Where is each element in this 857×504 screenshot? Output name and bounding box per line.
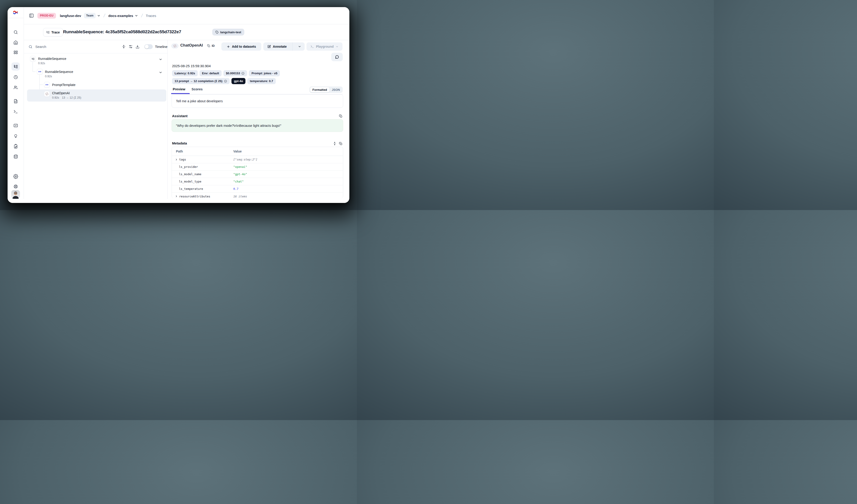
tree-node-duration: 0.92s	[45, 75, 52, 78]
sidebar-item-annotation[interactable]	[12, 142, 20, 151]
table-row[interactable]: resourceAttributes 16 items	[172, 193, 343, 198]
trace-tag[interactable]: langchain-test	[212, 29, 244, 36]
table-row: ls_model_type "chat"	[172, 178, 343, 185]
format-formatted[interactable]: Formatted	[310, 87, 330, 92]
search-icon	[13, 30, 18, 35]
annotate-label: Annotate	[273, 45, 287, 48]
tree-node-tokens: 13 → 12 (Σ 25)	[62, 96, 81, 99]
observation-title: ChatOpenAI	[180, 43, 203, 48]
tokens-badge[interactable]: 13 prompt → 12 completion (Σ 25)	[172, 78, 230, 84]
breadcrumb-org[interactable]: langfuse-dev	[60, 14, 81, 18]
content-area: Timeline RunnableSequence 0.92s Ru	[24, 40, 349, 199]
sidebar-item-users[interactable]	[12, 83, 20, 91]
trace-title-bar: Trace RunnableSequence: 4c35a5f52ca0588d…	[24, 24, 349, 40]
annotate-button[interactable]: Annotate	[263, 45, 291, 48]
sidebar-item-support[interactable]	[12, 182, 20, 191]
app-window: PROD-EU langfuse-dev Team / docs-example…	[7, 7, 349, 203]
collapse-node-chevron[interactable]	[159, 57, 163, 61]
prompt-badge[interactable]: Prompt: jokes - v5	[249, 70, 280, 76]
format-json[interactable]: JSON	[330, 87, 342, 92]
playground-button[interactable]: Playground	[306, 42, 342, 51]
window-footer-strip	[7, 199, 349, 203]
table-row[interactable]: tags ["seq:step:2"]	[172, 156, 343, 163]
sidebar-item-search[interactable]	[12, 28, 20, 36]
tree-node-label[interactable]: ChatOpenAI	[52, 91, 70, 95]
sidebar-item-prompts[interactable]	[12, 97, 20, 105]
collapse-node-chevron[interactable]	[159, 71, 163, 74]
env-badge: Env: default	[200, 70, 222, 76]
comment-bubble-icon	[335, 55, 339, 59]
format-toggle: Formatted JSON	[309, 86, 343, 93]
sidebar-item-settings[interactable]	[12, 172, 20, 180]
users-icon	[13, 85, 18, 90]
download-button[interactable]	[134, 44, 141, 50]
sidebar-item-evaluators[interactable]	[12, 132, 20, 140]
tag-label: langchain-test	[220, 31, 241, 34]
sidebar-item-tracing[interactable]	[12, 63, 20, 71]
add-to-datasets-button[interactable]: Add to datasets	[221, 42, 261, 51]
plus-icon	[226, 45, 230, 48]
tree-node-label[interactable]: PromptTemplate	[52, 83, 75, 87]
trace-tree-icon	[46, 31, 50, 34]
collapse-all-button[interactable]	[120, 44, 127, 50]
trace-type-badge: Trace	[43, 28, 63, 36]
copy-metadata-button[interactable]	[339, 142, 342, 145]
copy-output-button[interactable]	[339, 115, 342, 118]
tree-node-label[interactable]: RunnableSequence	[38, 57, 66, 60]
tree-settings-button[interactable]	[127, 44, 134, 50]
sidebar-item-sessions[interactable]	[12, 73, 20, 81]
timeline-toggle[interactable]	[144, 44, 153, 49]
breadcrumb-project[interactable]: docs-examples	[108, 14, 133, 18]
terminal-icon	[13, 109, 18, 114]
node-icon-chain	[37, 69, 43, 74]
column-value: Value	[233, 150, 242, 153]
panel-left-icon	[29, 13, 34, 18]
button-divider	[292, 42, 293, 51]
sidebar-toggle-button[interactable]	[28, 12, 35, 19]
sidebar-item-home[interactable]	[12, 38, 20, 46]
temperature-badge: temperature: 0.7	[247, 78, 275, 84]
chevron-down-icon	[336, 45, 339, 48]
sidebar-item-playground[interactable]	[12, 107, 20, 116]
gear-icon	[13, 174, 18, 179]
project-switcher-chevron[interactable]	[135, 14, 138, 17]
input-message-text: Tell me a joke about developers	[176, 99, 223, 103]
trace-tree: RunnableSequence 0.92s RunnableSequence …	[24, 53, 167, 199]
breadcrumb-section[interactable]: Traces	[146, 14, 156, 18]
expand-metadata-button[interactable]	[333, 142, 337, 145]
timeline-label: Timeline	[155, 45, 167, 49]
sidebar-item-scores[interactable]	[12, 121, 20, 129]
column-path: Path	[172, 150, 233, 153]
model-badge[interactable]: gpt-4o	[232, 78, 246, 84]
trace-tree-panel: Timeline RunnableSequence 0.92s Ru	[24, 40, 168, 199]
tab-preview[interactable]: Preview	[173, 87, 185, 91]
node-icon-trace	[30, 56, 36, 62]
clock-icon	[13, 75, 18, 80]
node-icon-openai	[44, 91, 50, 97]
trace-tree-icon	[13, 64, 18, 69]
info-icon	[224, 80, 227, 83]
edit-pencil-icon	[267, 45, 271, 48]
copy-id-button[interactable]: ID	[207, 44, 215, 48]
id-label: ID	[212, 44, 215, 48]
comments-button[interactable]	[331, 53, 343, 61]
tree-search-input[interactable]	[35, 45, 88, 49]
lifebuoy-icon	[13, 184, 18, 189]
info-icon	[241, 72, 245, 75]
sidebar-item-dashboards[interactable]	[12, 48, 20, 57]
observation-detail-panel: ChatOpenAI ID Add to datasets Annotate P…	[168, 40, 349, 199]
annotate-dropdown-chevron[interactable]	[295, 45, 305, 48]
openai-logo-icon	[171, 44, 179, 48]
dashboard-grid-icon	[13, 50, 18, 55]
tab-scores[interactable]: Scores	[191, 87, 203, 91]
environment-badge[interactable]: PROD-EU	[37, 13, 56, 19]
node-icon-chain	[44, 82, 50, 88]
sidebar-item-datasets[interactable]	[12, 153, 20, 161]
logo-section	[7, 7, 23, 18]
cost-badge[interactable]: $0.000153	[223, 70, 247, 76]
tree-node-duration: 0.92s	[38, 62, 45, 65]
playground-label: Playground	[316, 45, 334, 48]
org-switcher-chevron[interactable]	[97, 14, 100, 17]
user-avatar[interactable]	[11, 190, 20, 199]
tree-node-label[interactable]: RunnableSequence	[45, 70, 73, 74]
